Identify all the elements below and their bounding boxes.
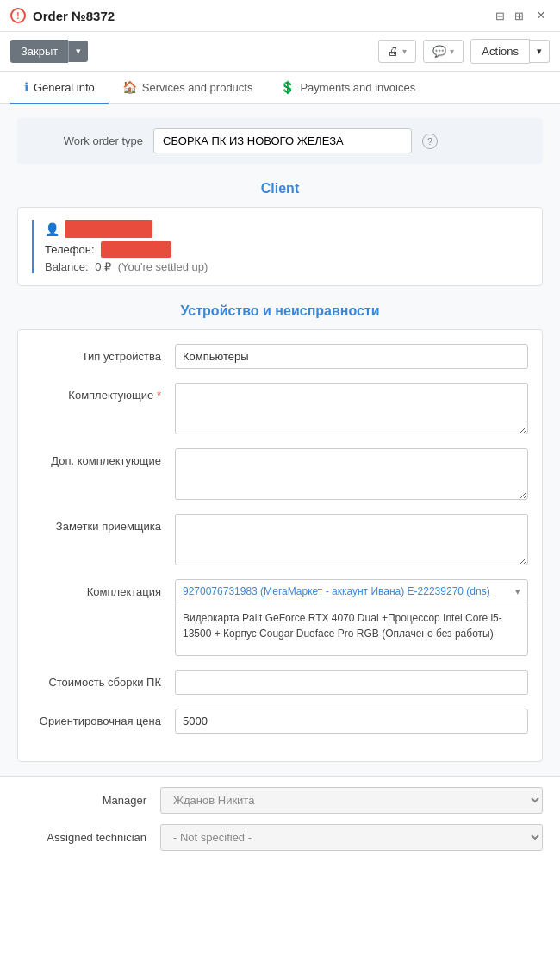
device-section-title: Устройство и неисправности	[17, 303, 543, 319]
toolbar-left: Закрыт ▾	[10, 40, 88, 63]
estimated-price-row: Ориентировочная цена	[32, 709, 528, 734]
page-title: Order №8372	[33, 9, 115, 23]
actions-chevron-button[interactable]: ▾	[530, 40, 550, 63]
notes-textarea[interactable]	[175, 514, 528, 565]
main-content: Work order type СБОРКА ПК ИЗ НОВОГО ЖЕЛЕ…	[0, 104, 560, 776]
actions-main-button[interactable]: Actions	[470, 39, 530, 64]
grid-icon[interactable]: ⊞	[512, 9, 526, 22]
tab-payments-label: Payments and invoices	[300, 81, 415, 94]
manager-label: Manager	[17, 794, 146, 807]
device-type-label: Тип устройства	[32, 344, 161, 363]
notes-row: Заметки приемщика	[32, 514, 528, 565]
component-required: *	[157, 389, 161, 402]
title-bar-icons: ⊟ ⊞	[493, 9, 526, 22]
assembly-cost-input[interactable]	[175, 670, 528, 695]
komplekt-header: 9270076731983 (МегаМаркет - аккаунт Иван…	[176, 580, 527, 603]
technician-label: Assigned technician	[17, 831, 146, 844]
client-name-row: 👤	[45, 220, 528, 238]
title-bar: ! Order №8372 ⊟ ⊞ ×	[0, 0, 560, 32]
estimated-price-input[interactable]	[175, 709, 528, 734]
title-bar-left: ! Order №8372	[10, 8, 115, 23]
client-section-title: Client	[17, 181, 543, 197]
tab-payments[interactable]: 💲 Payments and invoices	[266, 72, 429, 104]
komplekt-row: Комплектация 9270076731983 (МегаМаркет -…	[32, 579, 528, 656]
tab-payments-icon: 💲	[280, 80, 295, 94]
komplekt-body-text: Видеокарта Palit GeForce RTX 4070 Dual +…	[176, 603, 527, 655]
tab-services-icon: 🏠	[122, 80, 137, 94]
assembly-cost-label: Стоимость сборки ПК	[32, 670, 161, 689]
extra-component-textarea[interactable]	[175, 448, 528, 500]
extra-component-label: Доп. комплектующие	[32, 448, 161, 467]
technician-row: Assigned technician - Not specified -	[0, 824, 560, 851]
tab-general-icon: ℹ	[24, 80, 28, 94]
estimated-price-label: Ориентировочная цена	[32, 709, 161, 727]
print-icon: 🖨	[388, 45, 399, 58]
actions-button-group: Actions ▾	[470, 39, 550, 64]
notes-label: Заметки приемщика	[32, 514, 161, 533]
component-label: Комплектующие *	[32, 383, 161, 402]
manager-select[interactable]: Жданов Никита	[160, 787, 543, 814]
client-phone-row: Телефон:	[45, 241, 528, 258]
technician-select[interactable]: - Not specified -	[160, 824, 543, 851]
component-row: Комплектующие *	[32, 383, 528, 434]
sms-icon: 💬	[432, 45, 446, 58]
work-order-type-select[interactable]: СБОРКА ПК ИЗ НОВОГО ЖЕЛЕЗА	[153, 128, 412, 153]
toolbar: Закрыт ▾ 🖨 ▾ 💬 ▾ Actions ▾	[0, 32, 560, 72]
title-bar-right: ⊟ ⊞ ×	[493, 7, 550, 24]
komplekt-chevron-icon: ▾	[515, 586, 520, 597]
client-balance-row: Balance: 0 ₽ (You're settled up)	[45, 260, 528, 273]
extra-component-row: Доп. комплектующие	[32, 448, 528, 500]
client-info: 👤 Телефон: Balance: 0 ₽ (You're settled …	[32, 220, 528, 273]
tab-services[interactable]: 🏠 Services and products	[109, 72, 267, 104]
device-type-row: Тип устройства Компьютеры	[32, 344, 528, 369]
komplekt-container: 9270076731983 (МегаМаркет - аккаунт Иван…	[175, 579, 528, 656]
assembly-cost-row: Стоимость сборки ПК	[32, 670, 528, 695]
balance-label: Balance:	[45, 260, 89, 273]
sms-chevron-icon: ▾	[450, 47, 454, 56]
minimize-icon[interactable]: ⊟	[493, 9, 507, 22]
close-button[interactable]: ×	[532, 7, 550, 24]
komplekt-label: Комплектация	[32, 579, 161, 598]
help-icon[interactable]: ?	[422, 134, 438, 149]
device-type-select[interactable]: Компьютеры	[175, 344, 528, 369]
balance-note: (You're settled up)	[118, 260, 208, 273]
print-button[interactable]: 🖨 ▾	[378, 40, 416, 63]
component-textarea[interactable]	[175, 383, 528, 434]
komplekt-header-text[interactable]: 9270076731983 (МегаМаркет - аккаунт Иван…	[183, 585, 490, 597]
balance-value: 0 ₽	[95, 260, 111, 273]
client-section: 👤 Телефон: Balance: 0 ₽ (You're settled …	[17, 207, 543, 286]
print-chevron-icon: ▾	[402, 47, 407, 56]
phone-label: Телефон:	[45, 243, 95, 256]
work-order-type-label: Work order type	[31, 134, 143, 147]
tab-services-label: Services and products	[142, 81, 253, 94]
sms-button[interactable]: 💬 ▾	[423, 40, 464, 63]
device-form: Тип устройства Компьютеры Комплектующие …	[17, 329, 543, 762]
manager-row: Manager Жданов Никита	[0, 787, 560, 814]
tab-general-label: General info	[34, 81, 95, 94]
order-icon: !	[10, 8, 26, 23]
person-icon: 👤	[45, 222, 59, 236]
client-name	[65, 220, 152, 238]
toolbar-right: 🖨 ▾ 💬 ▾ Actions ▾	[378, 39, 550, 64]
tabs-bar: ℹ General info 🏠 Services and products 💲…	[0, 72, 560, 104]
closed-button[interactable]: Закрыт	[10, 40, 68, 63]
work-order-type-row: Work order type СБОРКА ПК ИЗ НОВОГО ЖЕЛЕ…	[17, 118, 543, 164]
closed-chevron-button[interactable]: ▾	[68, 41, 88, 62]
tab-general[interactable]: ℹ General info	[10, 72, 109, 104]
manager-section: Manager Жданов Никита Assigned technicia…	[0, 776, 560, 871]
client-phone	[101, 241, 171, 258]
